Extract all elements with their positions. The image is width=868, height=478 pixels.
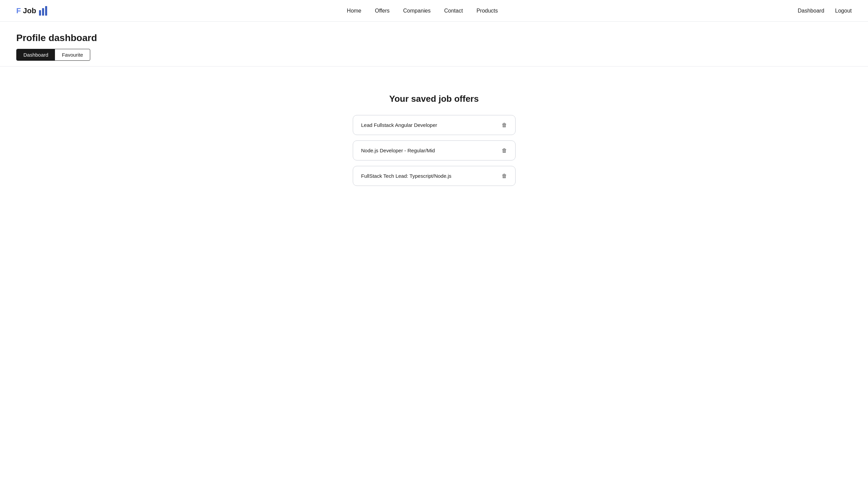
delete-button-3[interactable] — [502, 172, 507, 179]
navbar-right: Dashboard Logout — [798, 8, 852, 14]
offer-title-1: Lead Fullstack Angular Developer — [361, 122, 498, 128]
tab-dashboard[interactable]: Dashboard — [17, 49, 55, 60]
logo-f: F — [16, 6, 21, 15]
offers-list: Lead Fullstack Angular Developer Node.js… — [353, 115, 516, 186]
tab-bar: Dashboard Favourite — [16, 49, 90, 61]
nav-contact[interactable]: Contact — [444, 8, 463, 14]
trash-icon-2 — [502, 147, 507, 154]
offer-item-3[interactable]: FullStack Tech Lead: Typescript/Node.js — [353, 166, 516, 186]
nav-home[interactable]: Home — [347, 8, 362, 14]
saved-offers-heading: Your saved job offers — [389, 94, 479, 104]
delete-button-1[interactable] — [502, 121, 507, 129]
offer-title-2: Node.js Developer - Regular/Mid — [361, 148, 498, 153]
offer-title-3: FullStack Tech Lead: Typescript/Node.js — [361, 173, 498, 179]
trash-icon-3 — [502, 172, 507, 179]
logo-bar-1 — [39, 10, 41, 16]
tab-favourite[interactable]: Favourite — [55, 49, 90, 60]
delete-button-2[interactable] — [502, 147, 507, 154]
nav-logout[interactable]: Logout — [835, 8, 852, 14]
nav-offers[interactable]: Offers — [375, 8, 389, 14]
logo-bar-3 — [45, 6, 47, 16]
logo-bar-2 — [42, 8, 44, 16]
page-container: Profile dashboard Dashboard Favourite Yo… — [0, 22, 868, 186]
logo-job: Job — [23, 6, 36, 15]
logo-bars-icon — [39, 6, 47, 16]
trash-icon-1 — [502, 121, 507, 129]
offer-item-2[interactable]: Node.js Developer - Regular/Mid — [353, 140, 516, 160]
nav-products[interactable]: Products — [477, 8, 498, 14]
page-title: Profile dashboard — [16, 33, 852, 43]
nav-dashboard[interactable]: Dashboard — [798, 8, 824, 14]
navbar: FJob Home Offers Companies Contact Produ… — [0, 0, 868, 22]
offer-item-1[interactable]: Lead Fullstack Angular Developer — [353, 115, 516, 135]
main-content: Your saved job offers Lead Fullstack Ang… — [16, 66, 852, 186]
nav-companies[interactable]: Companies — [403, 8, 431, 14]
navbar-center: Home Offers Companies Contact Products — [347, 8, 498, 14]
logo[interactable]: FJob — [16, 6, 47, 16]
navbar-left: FJob — [16, 6, 47, 16]
